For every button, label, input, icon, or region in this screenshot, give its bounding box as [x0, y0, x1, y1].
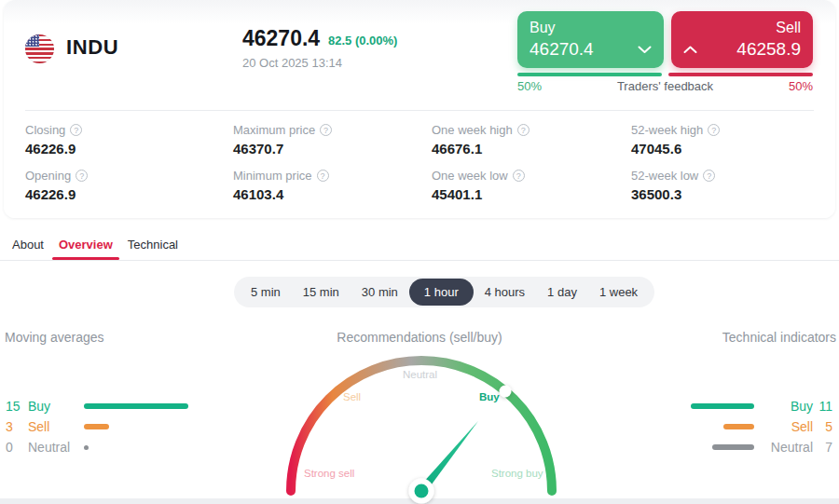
stat-one-week-high: One week high? 46676.1 [432, 123, 631, 157]
timeframe-1week[interactable]: 1 week [588, 285, 649, 299]
stat-label: One week high [432, 123, 513, 137]
sell-price: 46258.9 [736, 39, 801, 60]
timeframe-1day[interactable]: 1 day [536, 285, 588, 299]
stat-value: 36500.3 [631, 186, 814, 202]
gauge-pivot [415, 484, 429, 498]
stat-value: 46103.4 [233, 186, 432, 202]
help-icon[interactable]: ? [517, 124, 530, 136]
help-icon[interactable]: ? [317, 170, 329, 182]
timeframe-30min[interactable]: 30 min [351, 285, 409, 299]
feedback-sell-bar [668, 73, 813, 76]
gauge-label-neutral: Neutral [403, 369, 437, 380]
stats-grid: Closing? 46226.9 Maximum price? 46370.7 … [25, 123, 814, 202]
stat-label: Closing [25, 123, 65, 137]
stat-value: 46226.9 [25, 141, 233, 157]
chevron-down-icon[interactable] [638, 46, 652, 54]
sell-button[interactable]: Sell 46258.9 [671, 11, 813, 68]
stat-label: Maximum price [233, 123, 315, 137]
recommendation-gauge [0, 321, 839, 504]
stat-one-week-low: One week low? 45401.1 [432, 169, 631, 202]
stat-maximum-price: Maximum price? 46370.7 [233, 123, 432, 157]
tab-overview[interactable]: Overview [59, 229, 113, 260]
stat-value: 47045.6 [631, 141, 814, 157]
help-icon[interactable]: ? [76, 170, 88, 182]
buy-button[interactable]: Buy 46270.4 [517, 11, 664, 68]
gauge-label-sell: Sell [343, 391, 361, 402]
us-flag-icon [25, 34, 54, 63]
header-divider [25, 110, 814, 111]
stat-label: Opening [25, 169, 71, 183]
timeframe-5min[interactable]: 5 min [240, 285, 292, 299]
current-price: 46270.4 [242, 26, 320, 51]
tab-about[interactable]: About [12, 229, 44, 260]
timeframe-15min[interactable]: 15 min [292, 285, 351, 299]
gauge-label-buy: Buy [479, 391, 500, 402]
help-icon[interactable]: ? [513, 170, 525, 182]
stat-opening: Opening? 46226.9 [25, 169, 233, 202]
sell-button-label: Sell [683, 20, 801, 36]
tab-technical[interactable]: Technical [128, 229, 178, 260]
feedback-buy-bar [517, 73, 662, 76]
chevron-up-icon[interactable] [683, 46, 697, 54]
stat-label: 52-week low [631, 169, 698, 183]
timeframe-selector: 5 min 15 min 30 min 1 hour 4 hours 1 day… [234, 277, 654, 307]
stat-minimum-price: Minimum price? 46103.4 [233, 169, 432, 202]
stat-52-week-low: 52-week low? 36500.3 [631, 169, 814, 202]
stat-label: 52-week high [631, 123, 703, 137]
gauge-label-strong-sell: Strong sell [304, 468, 354, 479]
timeframe-4hours[interactable]: 4 hours [474, 285, 536, 299]
stat-value: 46226.9 [25, 186, 233, 202]
stat-52-week-high: 52-week high? 47045.6 [631, 123, 814, 157]
stat-value: 45401.1 [432, 186, 631, 202]
stat-label: Minimum price [233, 169, 312, 183]
stat-label: One week low [432, 169, 508, 183]
instrument-page: INDU 46270.4 82.5 (0.00%) 20 Oct 2025 13… [0, 0, 839, 504]
help-icon[interactable]: ? [708, 124, 720, 136]
instrument-symbol: INDU [66, 35, 118, 60]
gauge-active-marker [500, 386, 512, 398]
quote-timestamp: 20 Oct 2025 13:14 [242, 56, 342, 70]
buy-price: 46270.4 [530, 39, 594, 60]
help-icon[interactable]: ? [70, 124, 82, 136]
price-change: 82.5 (0.00%) [328, 34, 397, 48]
stat-closing: Closing? 46226.9 [25, 123, 233, 157]
page-tabs: About Overview Technical [0, 229, 839, 261]
gauge-label-strong-buy: Strong buy [491, 468, 543, 479]
help-icon[interactable]: ? [703, 170, 715, 182]
timeframe-1hour[interactable]: 1 hour [409, 279, 474, 306]
feedback-sell-percent: 50% [668, 79, 813, 93]
buy-button-label: Buy [530, 20, 652, 36]
help-icon[interactable]: ? [320, 124, 332, 136]
stat-value: 46676.1 [432, 141, 631, 157]
stat-value: 46370.7 [233, 141, 432, 157]
